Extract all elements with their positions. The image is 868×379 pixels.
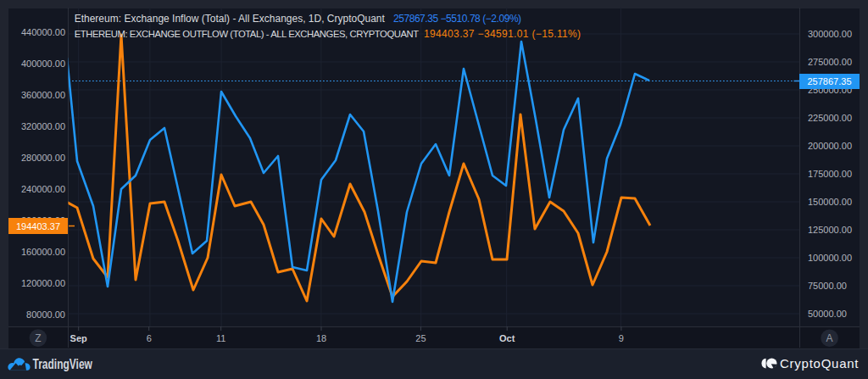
svg-text:400000.00: 400000.00 [21,59,65,69]
svg-text:Ethereum: Exchange Inflow (Tot: Ethereum: Exchange Inflow (Total) - All … [75,13,386,25]
svg-text:175000.00: 175000.00 [808,169,852,179]
svg-text:194403.37: 194403.37 [16,221,60,231]
svg-text:CryptoQuant: CryptoQuant [780,356,859,371]
svg-text:200000.00: 200000.00 [808,141,852,151]
svg-text:6: 6 [147,333,152,343]
svg-text:360000.00: 360000.00 [21,90,65,100]
svg-text:440000.00: 440000.00 [21,27,65,37]
svg-text:11: 11 [216,333,225,343]
svg-text:80000.00: 80000.00 [26,309,65,320]
svg-text:160000.00: 160000.00 [21,247,65,257]
svg-text:120000.00: 120000.00 [21,278,65,288]
svg-text:TradingView: TradingView [33,357,93,372]
svg-text:9: 9 [619,333,624,343]
svg-text:Sep: Sep [70,333,87,343]
svg-text:257867.35: 257867.35 [808,76,852,86]
svg-text:300000.00: 300000.00 [808,29,852,39]
svg-text:ETHEREUM: EXCHANGE OUTFLOW (TO: ETHEREUM: EXCHANGE OUTFLOW (TOTAL) - ALL… [75,29,420,39]
svg-text:240000.00: 240000.00 [21,184,65,194]
svg-text:257867.35 −5510.78 (−2.09%): 257867.35 −5510.78 (−2.09%) [393,13,521,25]
svg-text:225000.00: 225000.00 [808,113,852,123]
svg-text:280000.00: 280000.00 [21,153,65,163]
svg-text:Z: Z [35,332,41,344]
svg-text:320000.00: 320000.00 [21,121,65,131]
svg-text:75000.00: 75000.00 [808,281,847,291]
svg-text:125000.00: 125000.00 [808,225,852,235]
svg-text:18: 18 [316,333,326,343]
svg-text:275000.00: 275000.00 [808,57,852,67]
svg-text:150000.00: 150000.00 [808,197,852,207]
svg-text:50000.00: 50000.00 [808,309,847,319]
svg-text:194403.37 −34591.01 (−15.11%): 194403.37 −34591.01 (−15.11%) [424,28,581,40]
svg-text:25: 25 [415,333,426,343]
svg-text:Oct: Oct [499,333,515,343]
svg-text:A: A [826,332,833,344]
svg-text:100000.00: 100000.00 [808,253,852,263]
